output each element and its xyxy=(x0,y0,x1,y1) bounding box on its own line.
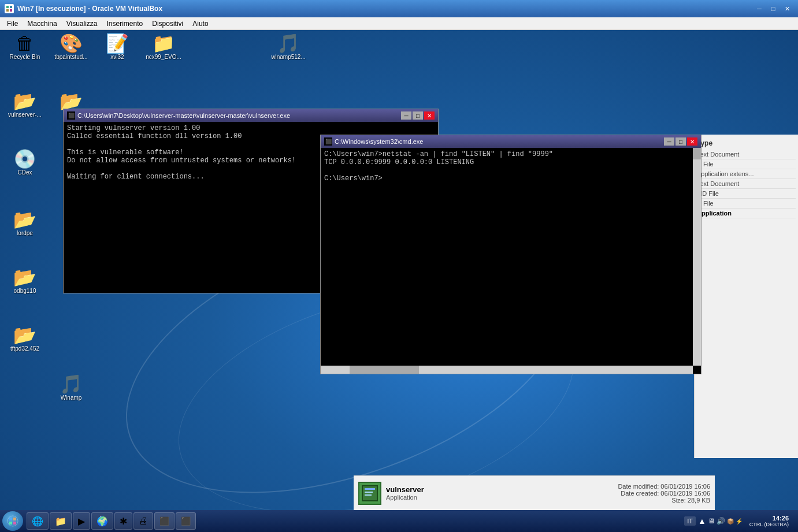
clock-time: 14:26 xyxy=(749,515,789,522)
taskbar-tool2[interactable]: 🖨 xyxy=(133,512,153,530)
netstat-line-1: C:\Users\win7>netstat -an | find "LISTEN… xyxy=(324,150,697,158)
file-type: Application xyxy=(386,494,613,501)
cdex-icon: 💿 xyxy=(13,150,36,168)
recycle-bin-label: Recycle Bin xyxy=(10,54,40,60)
svg-rect-1 xyxy=(10,6,12,8)
desktop-icon-cdex[interactable]: 💿 CDex xyxy=(2,147,47,178)
taskbar-firefox[interactable]: 🌍 xyxy=(91,512,113,530)
minimize-button[interactable]: ─ xyxy=(753,3,766,14)
detail-type-6: C File xyxy=(697,199,796,209)
cmd-window-netstat[interactable]: ⬛ C:\Windows\system32\cmd.exe ─ □ ✕ C:\U… xyxy=(320,135,702,374)
svg-rect-5 xyxy=(365,488,375,490)
xvi32-label: xvi32 xyxy=(110,54,124,60)
taskbar-right: IT ▲ 🖥 🔊 📦 ⚡ 14:26 CTRL (DESTRA) xyxy=(684,515,796,527)
desktop-icon-vulnserver[interactable]: 📂 vulnserver-... xyxy=(2,90,47,120)
cmd-netstat-minimize[interactable]: ─ xyxy=(664,137,674,146)
recycle-bin-icon: 🗑 xyxy=(16,34,34,53)
menu-file[interactable]: File xyxy=(2,18,23,29)
taskbar-items: 🌐 📁 ▶ 🌍 ✱ 🖨 ⬛ ⬛ xyxy=(27,512,684,530)
taskbar-cmd-prompt[interactable]: ⬛ xyxy=(154,512,175,530)
cmd-vulnserver-close[interactable]: ✕ xyxy=(424,111,435,120)
svg-point-8 xyxy=(8,516,18,526)
close-button[interactable]: ✕ xyxy=(781,3,793,14)
odbg-label: odbg110 xyxy=(14,288,36,294)
tray-icon-network[interactable]: 🖥 xyxy=(708,517,715,525)
language-indicator: IT xyxy=(684,516,696,526)
desktop-icon-winamp2[interactable]: 🎵 Winamp xyxy=(49,373,94,403)
cmd-netstat-maximize[interactable]: □ xyxy=(675,137,686,146)
file-date-modified: Date modified: 06/01/2019 16:06 xyxy=(618,483,710,490)
tbpaint-icon: 🎨 xyxy=(60,34,83,53)
file-name: vulnserver xyxy=(386,485,613,494)
vulnserver-icon: 📂 xyxy=(13,92,36,110)
tray-icon-vbox[interactable]: 📦 xyxy=(727,518,734,524)
taskbar-cmd2[interactable]: ⬛ xyxy=(176,512,196,530)
desktop-icon-ncx99[interactable]: 📁 ncx99_EVO... xyxy=(141,32,186,62)
taskbar-ie[interactable]: 🌐 xyxy=(27,512,49,530)
taskbar-media[interactable]: ▶ xyxy=(73,512,90,530)
file-info: vulnserver Application xyxy=(386,485,613,501)
desktop-icon-winamp[interactable]: 🎵 winamp512... xyxy=(266,32,311,62)
clock-locale: CTRL (DESTRA) xyxy=(749,522,789,527)
cmd-netstat-close[interactable]: ✕ xyxy=(687,137,697,146)
app-titlebar: Win7 [In esecuzione] - Oracle VM Virtual… xyxy=(0,0,798,17)
menu-view[interactable]: Visualizza xyxy=(62,18,102,29)
cmd-vulnserver-minimize[interactable]: ─ xyxy=(401,111,411,120)
menu-insert[interactable]: Inserimento xyxy=(102,18,148,29)
menu-devices[interactable]: Dispositivi xyxy=(147,18,188,29)
start-button[interactable] xyxy=(2,511,23,531)
netstat-line-2: TCP 0.0.0.0:9999 0.0.0.0:0 LISTENING xyxy=(324,158,697,166)
taskbar-clock[interactable]: 14:26 CTRL (DESTRA) xyxy=(745,515,793,527)
detail-type-2: C File xyxy=(697,159,796,169)
menubar: File Macchina Visualizza Inserimento Dis… xyxy=(0,17,798,30)
lordpe-icon: 📂 xyxy=(13,210,36,229)
svg-rect-2 xyxy=(6,9,9,12)
tray-icon-sound[interactable]: 🔊 xyxy=(717,517,725,525)
desktop-icon-tbpaint[interactable]: 🎨 tbpaintstud... xyxy=(49,32,94,62)
tray-icon-power[interactable]: ⚡ xyxy=(736,518,743,524)
cmd2-scrollbar-v[interactable] xyxy=(693,148,701,366)
svg-rect-7 xyxy=(365,494,372,496)
svg-rect-3 xyxy=(10,9,12,12)
taskbar-explorer[interactable]: 📁 xyxy=(50,512,72,530)
file-dates: Date modified: 06/01/2019 16:06 Date cre… xyxy=(618,483,710,504)
desktop-icon-recycle-bin[interactable]: 🗑 Recycle Bin xyxy=(2,32,47,62)
desktop-icon-tftpd[interactable]: 📂 tftpd32.452 xyxy=(2,323,47,354)
desktop-icon-odbg[interactable]: 📂 odbg110 xyxy=(2,266,47,296)
detail-type-5: MD File xyxy=(697,189,796,199)
taskbar: 🌐 📁 ▶ 🌍 ✱ 🖨 ⬛ ⬛ IT ▲ 🖥 🔊 📦 ⚡ 14:26 CTRL … xyxy=(0,510,798,532)
file-preview-icon xyxy=(358,482,381,505)
cdex-label: CDex xyxy=(17,169,32,176)
cmd2-scrollbar-h[interactable] xyxy=(321,366,693,374)
desktop-icon-xvi32[interactable]: 📝 xvi32 xyxy=(95,32,140,62)
menu-help[interactable]: Aiuto xyxy=(188,18,213,29)
svg-rect-0 xyxy=(6,6,9,8)
ncx99-label: ncx99_EVO... xyxy=(146,54,181,60)
detail-type-7: Application xyxy=(697,209,796,218)
app-icon xyxy=(5,4,14,13)
tbpaint-label: tbpaintstud... xyxy=(54,54,87,60)
tftpd-label: tftpd32.452 xyxy=(10,345,39,352)
vulnserver-label: vulnserver-... xyxy=(8,111,42,118)
desktop-icon-lordpe[interactable]: 📂 lordpe xyxy=(2,208,47,239)
winamp-icon: 🎵 xyxy=(277,34,300,53)
cmd-netstat-titlebar: ⬛ C:\Windows\system32\cmd.exe ─ □ ✕ xyxy=(321,135,701,148)
winamp-label: winamp512... xyxy=(271,54,305,60)
xvi32-icon: 📝 xyxy=(106,34,129,53)
ncx99-icon: 📁 xyxy=(152,34,175,53)
taskbar-tool1[interactable]: ✱ xyxy=(114,512,132,530)
winamp2-icon: 🎵 xyxy=(60,375,83,393)
tray-icon-1[interactable]: ▲ xyxy=(698,516,706,526)
cmd2-scroll-thumb[interactable] xyxy=(693,148,701,159)
netstat-line-4: C:\Users\win7> xyxy=(324,174,697,183)
file-size: Size: 28,9 KB xyxy=(618,497,710,504)
file-date-created: Date created: 06/01/2019 16:06 xyxy=(618,490,710,497)
detail-panel: Type Text Document C File Application ex… xyxy=(694,135,798,458)
cmd-icon: ⬛ xyxy=(67,111,75,120)
cmd2-scroll-thumb-h[interactable] xyxy=(350,366,419,374)
svg-rect-12 xyxy=(13,522,16,524)
cmd-vulnserver-maximize[interactable]: □ xyxy=(413,111,423,120)
menu-machine[interactable]: Macchina xyxy=(23,18,61,29)
maximize-button[interactable]: □ xyxy=(767,3,780,14)
winamp2-label: Winamp xyxy=(61,395,82,401)
